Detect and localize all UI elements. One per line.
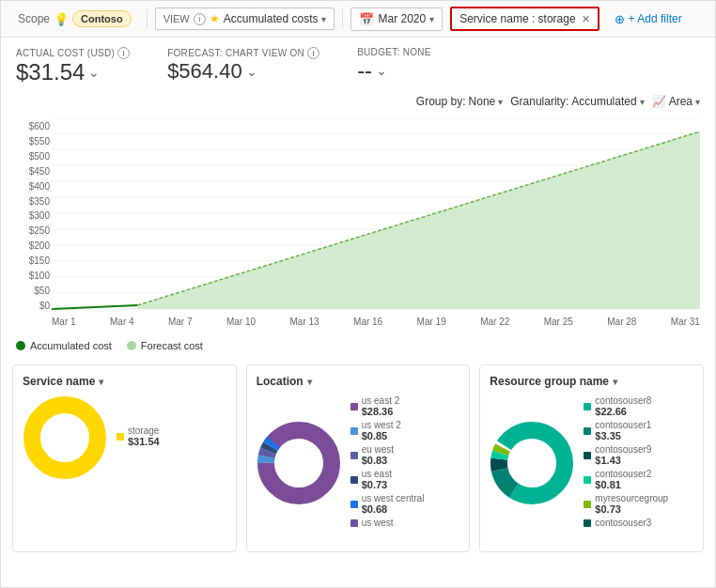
controls-row: Group by: None ▾ Granularity: Accumulate… [1,91,715,114]
accumulated-line [52,305,137,309]
chart-type-control[interactable]: 📈 Area ▾ [652,95,700,108]
location-entry-1: us west 2 $0.85 [350,420,460,441]
info-icon-actual[interactable]: i [117,47,130,59]
loc-name-1: us west 2 [362,420,401,430]
lower-charts: Service name ▾ storage $31.54 [1,357,715,564]
chart-legend: Accumulated cost Forecast cost [1,334,715,357]
resource-group-title[interactable]: Resource group name ▾ [490,375,693,388]
chevron-down-icon-service: ▾ [99,377,103,387]
close-icon[interactable]: ✕ [582,13,590,25]
chevron-down-icon-chart: ▾ [695,97,700,107]
x-label-mar19: Mar 19 [417,317,446,327]
loc-name-2: eu west [362,444,394,455]
y-label-350: $350 [16,196,50,207]
loc-val-0: $28.36 [362,406,400,417]
loc-val-1: $0.85 [362,430,401,441]
service-name-card: Service name ▾ storage $31.54 [12,364,237,552]
info-icon-view[interactable]: i [194,13,206,25]
y-label-150: $150 [16,255,50,266]
x-label-mar22: Mar 22 [480,317,509,327]
chevron-down-icon-gran: ▾ [640,97,645,107]
service-donut-svg [23,395,107,480]
x-label-mar1: Mar 1 [52,317,76,327]
chevron-down-icon-location: ▾ [307,377,312,387]
actual-cost-metric: ACTUAL COST (USD) i $31.54 ⌄ [16,47,130,85]
loc-color-2 [350,452,358,459]
loc-val-2: $0.83 [362,455,394,466]
location-legend-list: us east 2 $28.36 us west 2 $0.85 [350,395,460,531]
service-legend-list: storage $31.54 [117,426,226,450]
res-color-5 [584,519,591,527]
res-val-1: $3.35 [595,430,651,441]
scope-control[interactable]: Scope 💡 Contoso [10,7,139,31]
granularity-label: Granularity: [510,95,568,108]
resource-entry-4: myresourcegroup $0.73 [584,493,693,515]
group-by-label: Group by: [416,95,466,108]
budget-label: BUDGET: NONE [357,47,431,57]
location-label: Location [257,375,304,388]
star-icon: ★ [210,12,220,25]
loc-name-5: us west [362,518,394,528]
resource-entry-1: contosouser1 $3.35 [584,420,693,441]
res-color-4 [584,501,591,508]
location-title[interactable]: Location ▾ [257,375,460,388]
chart-type-value: Area [669,95,693,108]
y-label-500: $500 [16,151,50,162]
resource-group-content: contosouser8 $22.66 contosouser1 $3.35 [490,395,693,531]
down-arrow-icon-forecast: ⌄ [246,64,257,79]
x-label-mar28: Mar 28 [607,317,636,327]
service-name-title[interactable]: Service name ▾ [23,375,226,388]
res-name-0: contosouser8 [595,395,651,406]
date-control[interactable]: 📅 Mar 2020 ▾ [350,8,443,31]
group-by-control[interactable]: Group by: None ▾ [416,95,503,108]
res-val-2: $1.43 [595,455,651,466]
forecast-value: $564.40 ⌄ [167,59,319,84]
budget-metric: BUDGET: NONE -- ⌄ [357,47,431,84]
add-filter-button[interactable]: ⊕ + Add filter [607,8,690,30]
granularity-control[interactable]: Granularity: Accumulated ▾ [510,95,644,108]
main-chart-svg [52,117,700,315]
service-name-label: Service name [23,375,95,388]
resource-donut [490,421,574,505]
main-chart-container: $600 $550 $500 $450 $400 $350 $300 $250 … [1,114,715,334]
service-color-storage [117,433,124,441]
loc-name-3: us east [362,469,392,479]
chevron-down-icon-group: ▾ [498,97,503,107]
add-filter-label: + Add filter [629,12,682,25]
y-label-550: $550 [16,136,50,147]
down-arrow-icon-budget: ⌄ [376,63,387,78]
service-legend-entry-storage: storage $31.54 [117,426,226,447]
resource-group-label: Resource group name [490,375,609,388]
location-entry-4: us west central $0.68 [350,493,460,515]
location-entry-3: us east $0.73 [350,469,460,490]
location-entry-5: us west [350,518,460,528]
group-by-value: None [469,95,496,108]
loc-name-0: us east 2 [362,395,400,406]
x-label-mar10: Mar 10 [226,317,256,327]
loc-color-0 [350,403,358,410]
date-value: Mar 2020 [378,12,426,25]
y-label-100: $100 [16,271,50,281]
resource-entry-3: contosouser2 $0.81 [584,469,693,490]
svg-point-20 [280,444,318,482]
location-content: us east 2 $28.36 us west 2 $0.85 [257,395,460,531]
location-donut [257,421,341,505]
res-name-3: contosouser2 [595,469,651,479]
svg-point-26 [513,444,551,482]
resource-donut-svg [490,421,574,505]
resource-entry-5: contosouser3 [584,518,693,528]
active-filter[interactable]: Service name : storage ✕ [450,7,599,31]
actual-cost-label: ACTUAL COST (USD) i [16,47,130,59]
x-label-mar13: Mar 13 [290,317,319,327]
view-control[interactable]: VIEW i ★ Accumulated costs ▾ [155,8,335,30]
y-label-400: $400 [16,181,50,192]
info-icon-forecast[interactable]: i [307,47,319,59]
res-color-3 [584,476,591,484]
scope-icon: 💡 [54,12,69,26]
y-label-0: $0 [16,301,50,311]
summary-bar: ACTUAL COST (USD) i $31.54 ⌄ FORECAST: C… [1,38,715,91]
x-label-mar7: Mar 7 [168,317,193,327]
loc-color-4 [350,501,358,508]
area-icon: 📈 [652,95,666,108]
x-label-mar31: Mar 31 [671,317,700,327]
